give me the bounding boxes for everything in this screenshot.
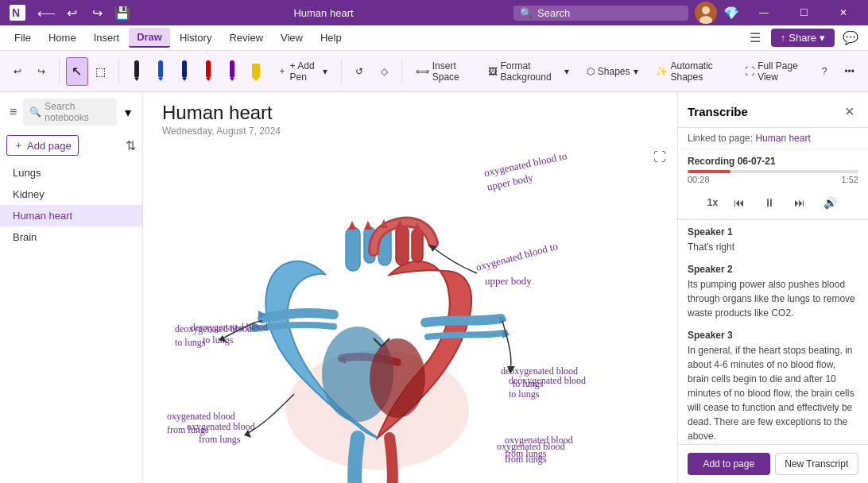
- search-bar[interactable]: 🔍 Search: [513, 6, 688, 21]
- page-title: Human heart: [162, 102, 658, 124]
- shapes-icon: ⬡: [587, 66, 595, 77]
- menu-home[interactable]: Home: [41, 29, 84, 47]
- share-button[interactable]: ↑ Share ▾: [771, 29, 835, 47]
- svg-rect-21: [396, 226, 409, 265]
- pen-purple[interactable]: [221, 57, 243, 86]
- page-item-lungs[interactable]: Lungs: [0, 162, 142, 184]
- maximize-btn[interactable]: ☐: [785, 0, 822, 25]
- transcribe-close-btn[interactable]: ✕: [839, 102, 858, 121]
- undo-redo-group: ↩ ↪: [6, 57, 52, 86]
- gem-icon[interactable]: 💎: [720, 2, 742, 24]
- time-display: 00:28 1:52: [678, 173, 868, 186]
- transcribe-title: Transcribe: [688, 105, 839, 118]
- annotation-oxy-from-lungs-right: oxygenated bloodfrom lungs: [505, 434, 573, 461]
- minimize-btn[interactable]: —: [746, 0, 782, 25]
- heart-diagram: oxygenated blood to upper body deoxygena…: [143, 140, 677, 483]
- select-group: ↖ ⬚: [66, 57, 112, 86]
- format-bg-caret: ▾: [564, 66, 569, 77]
- svg-point-31: [370, 338, 425, 418]
- insert-space-btn[interactable]: ⟺ Insert Space: [409, 57, 478, 86]
- title-bar: N ⟵ ↩ ↪ 💾 Human heart 🔍 Search 💎 — ☐ ✕: [0, 0, 868, 25]
- annotation-deoxy-lungs-right: deoxygenated bloodto lungs: [509, 374, 586, 401]
- svg-text:oxygenated blood to: oxygenated blood to: [475, 240, 559, 273]
- svg-rect-18: [346, 227, 360, 271]
- menu-view[interactable]: View: [273, 29, 311, 47]
- svg-rect-15: [252, 64, 260, 78]
- search-caret[interactable]: ▾: [120, 104, 136, 120]
- lasso-icon: ⬚: [95, 65, 106, 78]
- undo-toolbar-btn[interactable]: ↩: [6, 57, 29, 86]
- add-to-page-btn[interactable]: Add to page: [688, 453, 770, 475]
- content-header: Human heart Wednesday, August 7, 2024: [143, 92, 677, 140]
- close-btn[interactable]: ✕: [825, 0, 862, 25]
- pen-blue-light[interactable]: [149, 57, 172, 86]
- lasso-tool[interactable]: ⬚: [90, 57, 112, 86]
- speaker-2-text: Its pumping power also pushes blood thro…: [688, 277, 858, 320]
- comment-icon[interactable]: 💬: [839, 27, 862, 49]
- add-pen-btn[interactable]: ＋ + Add Pen ▾: [270, 57, 335, 86]
- help-btn[interactable]: ?: [815, 57, 835, 86]
- add-page-icon: ＋: [14, 138, 24, 153]
- sidebar-collapse-icon[interactable]: ≡: [6, 105, 20, 119]
- linked-page-link[interactable]: Human heart: [755, 133, 810, 144]
- menu-history[interactable]: History: [172, 29, 219, 47]
- sep1: [59, 59, 60, 84]
- page-item-kidney[interactable]: Kidney: [0, 184, 142, 205]
- speaker-3-label: Speaker 3: [688, 330, 858, 341]
- menu-draw[interactable]: Draw: [129, 28, 170, 48]
- insert-space-icon: ⟺: [416, 66, 429, 77]
- content-body: ⛶: [143, 140, 677, 483]
- user-avatar[interactable]: [695, 2, 717, 24]
- more-btn[interactable]: •••: [837, 57, 862, 86]
- recording-label: Recording 06-07-21: [678, 149, 868, 170]
- search-icon: 🔍: [520, 7, 533, 19]
- app-logo: N: [6, 2, 29, 24]
- sort-icon[interactable]: ⇅: [126, 138, 136, 153]
- page-item-brain[interactable]: Brain: [0, 226, 142, 248]
- svg-marker-12: [206, 78, 211, 81]
- menu-file[interactable]: File: [6, 29, 39, 47]
- transcript-body: Speaker 1 That's right Speaker 2 Its pum…: [678, 219, 868, 444]
- pen-black[interactable]: [126, 57, 148, 86]
- eraser-btn[interactable]: ◇: [374, 57, 395, 86]
- svg-rect-9: [182, 60, 187, 78]
- skip-back-btn[interactable]: ⏮: [727, 191, 751, 214]
- pause-btn[interactable]: ⏸: [758, 191, 781, 214]
- undo-btn[interactable]: ↩: [60, 2, 83, 24]
- search-notebooks-input[interactable]: 🔍 Search notebooks: [23, 99, 117, 126]
- rotate-btn[interactable]: ↺: [348, 57, 370, 86]
- pen-blue-dark[interactable]: [173, 57, 196, 86]
- volume-btn[interactable]: 🔊: [818, 191, 842, 214]
- speed-btn[interactable]: 1x: [704, 191, 721, 214]
- search-nb-icon: 🔍: [29, 106, 41, 118]
- draw-toolbar: ↩ ↪ ↖ ⬚ ＋ + Add Pen ▾: [0, 51, 868, 92]
- svg-text:N: N: [12, 6, 20, 19]
- select-icon: ↖: [72, 64, 82, 79]
- pen-red[interactable]: [197, 57, 219, 86]
- new-transcript-btn[interactable]: New Transcript: [775, 453, 859, 475]
- speaker-block-1: Speaker 1 That's right: [688, 226, 858, 254]
- sep3: [341, 59, 342, 84]
- auto-shapes-btn[interactable]: ✨ Automatic Shapes: [649, 57, 735, 86]
- sidebar-toggle-icon[interactable]: ☰: [744, 27, 766, 49]
- format-background-btn[interactable]: 🖼 Format Background ▾: [481, 57, 576, 86]
- full-page-btn[interactable]: ⛶ Full Page View: [738, 57, 812, 86]
- page-item-human-heart[interactable]: Human heart: [0, 205, 142, 226]
- speaker-block-2: Speaker 2 Its pumping power also pushes …: [688, 264, 858, 320]
- skip-forward-btn[interactable]: ⏭: [788, 191, 812, 214]
- back-btn[interactable]: ⟵: [35, 2, 57, 24]
- select-tool[interactable]: ↖: [66, 57, 88, 86]
- menu-review[interactable]: Review: [221, 29, 271, 47]
- pen-yellow-highlighter[interactable]: [245, 57, 267, 86]
- shapes-btn[interactable]: ⬡ Shapes ▾: [579, 57, 645, 86]
- redo-toolbar-btn[interactable]: ↪: [30, 57, 52, 86]
- add-page-btn[interactable]: ＋ Add page: [6, 135, 79, 156]
- transcribe-header: Transcribe ✕: [678, 92, 868, 128]
- svg-rect-7: [158, 60, 163, 78]
- full-page-icon: ⛶: [745, 66, 754, 77]
- svg-rect-22: [412, 229, 423, 262]
- menu-insert[interactable]: Insert: [86, 29, 128, 47]
- transcribe-panel: Transcribe ✕ Linked to page: Human heart…: [677, 92, 868, 483]
- redo-btn[interactable]: ↪: [86, 2, 108, 24]
- menu-help[interactable]: Help: [312, 29, 350, 47]
